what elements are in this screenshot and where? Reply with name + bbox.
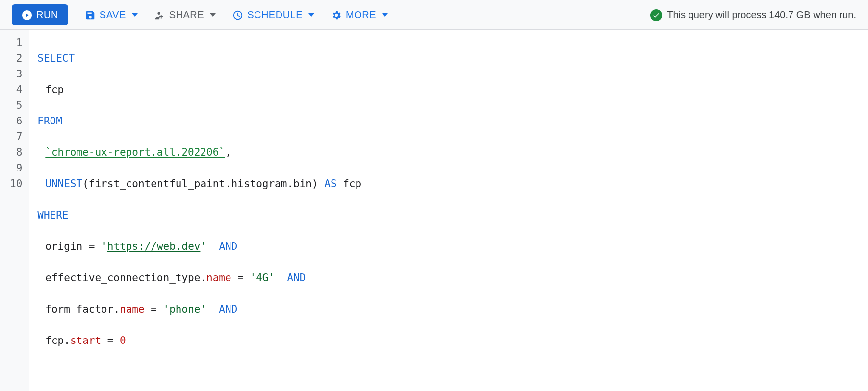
save-button[interactable]: SAVE <box>85 9 138 21</box>
chevron-down-icon <box>382 13 388 17</box>
save-icon <box>85 10 96 21</box>
share-button[interactable]: SHARE <box>154 9 216 21</box>
query-status: This query will process 140.7 GB when ru… <box>650 9 856 21</box>
save-label: SAVE <box>100 9 126 21</box>
chevron-down-icon <box>132 13 138 17</box>
chevron-down-icon <box>308 13 314 17</box>
schedule-icon <box>232 10 243 21</box>
status-text: This query will process 140.7 GB when ru… <box>667 9 856 21</box>
schedule-label: SCHEDULE <box>247 9 303 21</box>
code-area[interactable]: SELECT fcp FROM `chrome-ux-report.all.20… <box>29 30 868 391</box>
chevron-down-icon <box>210 13 216 17</box>
toolbar: RUN SAVE SHARE SCHEDULE MORE This query … <box>0 0 868 30</box>
share-label: SHARE <box>169 9 204 21</box>
gear-icon <box>331 10 342 21</box>
share-icon <box>154 10 165 21</box>
play-icon <box>22 10 32 21</box>
schedule-button[interactable]: SCHEDULE <box>232 9 314 21</box>
line-gutter: 1 2 3 4 5 6 7 8 9 10 <box>0 30 29 391</box>
more-label: MORE <box>346 9 376 21</box>
more-button[interactable]: MORE <box>331 9 388 21</box>
run-label: RUN <box>36 9 58 21</box>
sql-editor[interactable]: 1 2 3 4 5 6 7 8 9 10 SELECT fcp FROM `ch… <box>0 30 868 391</box>
check-icon <box>650 9 662 21</box>
run-button[interactable]: RUN <box>12 4 68 25</box>
